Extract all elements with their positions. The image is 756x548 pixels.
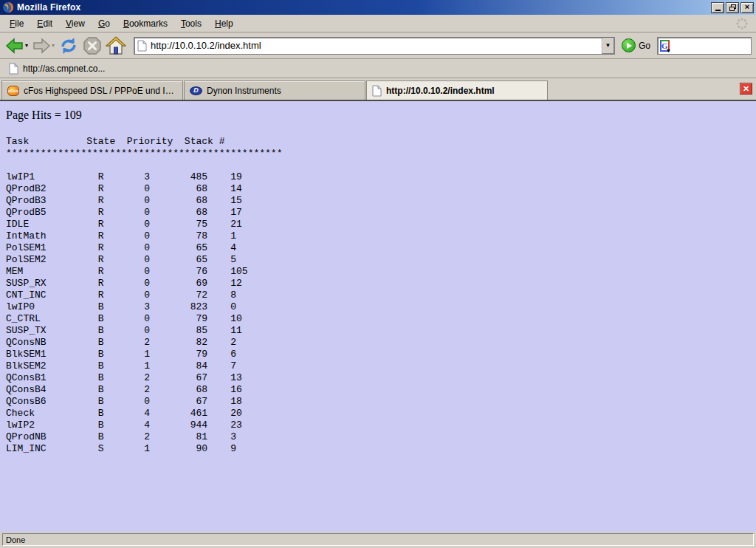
menu-tools[interactable]: Tools bbox=[174, 16, 208, 31]
restore-button[interactable] bbox=[726, 2, 739, 13]
bookmarks-toolbar: http://as.cmpnet.co... bbox=[0, 59, 756, 78]
back-icon bbox=[5, 37, 24, 55]
url-dropdown-button[interactable]: ▼ bbox=[602, 38, 614, 54]
menu-help[interactable]: Help bbox=[208, 16, 240, 31]
browser-window: Mozilla Firefox × File Edit View Go Book… bbox=[0, 0, 756, 548]
close-tab-button[interactable]: ✕ bbox=[740, 83, 752, 95]
dynon-icon: D bbox=[190, 86, 202, 95]
stop-button[interactable] bbox=[82, 35, 103, 56]
tab-label: http://10.0.10.2/index.html bbox=[386, 86, 495, 96]
page-icon bbox=[372, 85, 382, 97]
close-icon: ✕ bbox=[743, 85, 749, 93]
menu-bookmarks[interactable]: Bookmarks bbox=[117, 16, 174, 31]
search-input[interactable] bbox=[672, 41, 756, 51]
minimize-icon bbox=[715, 10, 721, 11]
reload-button[interactable] bbox=[58, 35, 80, 56]
close-window-button[interactable]: × bbox=[740, 2, 754, 13]
bookmark-label: http://as.cmpnet.co... bbox=[23, 64, 105, 74]
tab-label: cFos Highspeed DSL / PPPoE und ISDN CAP.… bbox=[24, 86, 177, 96]
url-input[interactable] bbox=[151, 40, 598, 51]
bookmark-item[interactable]: http://as.cmpnet.co... bbox=[6, 61, 108, 76]
navigation-toolbar: ▾ ▾ bbox=[0, 32, 756, 59]
forward-dropdown-caret[interactable]: ▾ bbox=[52, 42, 55, 49]
chevron-down-icon: ▼ bbox=[605, 42, 611, 49]
go-arrow-icon bbox=[627, 43, 632, 49]
tab-index-html-active[interactable]: http://10.0.10.2/index.html bbox=[366, 81, 548, 100]
tab-cfos[interactable]: cFos cFos Highspeed DSL / PPPoE und ISDN… bbox=[1, 81, 183, 100]
stop-icon bbox=[83, 36, 102, 55]
google-g-icon[interactable]: G▾ bbox=[660, 40, 670, 52]
menu-go[interactable]: Go bbox=[92, 16, 117, 31]
go-button[interactable] bbox=[622, 38, 636, 52]
page-hits-text: Page Hits = 109 bbox=[6, 109, 756, 122]
url-bar[interactable]: ▼ bbox=[134, 37, 615, 55]
page-icon bbox=[9, 63, 18, 75]
task-table: Task State Priority Stack # ************… bbox=[6, 136, 756, 455]
status-text: Done bbox=[2, 533, 754, 546]
restore-icon bbox=[729, 4, 736, 11]
forward-button[interactable]: ▾ bbox=[31, 36, 55, 55]
minimize-button[interactable] bbox=[711, 2, 724, 13]
status-bar: Done bbox=[0, 532, 756, 548]
home-button[interactable] bbox=[105, 35, 127, 56]
menu-edit[interactable]: Edit bbox=[30, 16, 59, 31]
search-box[interactable]: G▾ bbox=[657, 37, 752, 55]
menu-file[interactable]: File bbox=[3, 16, 30, 31]
throbber-icon bbox=[735, 17, 749, 30]
window-title: Mozilla Firefox bbox=[17, 2, 80, 13]
go-label[interactable]: Go bbox=[639, 41, 650, 51]
search-engine-caret: ▾ bbox=[667, 47, 670, 54]
reload-icon bbox=[58, 36, 79, 55]
tab-label: Dynon Instruments bbox=[207, 86, 281, 96]
back-dropdown-caret[interactable]: ▾ bbox=[25, 42, 28, 49]
cfos-icon: cFos bbox=[7, 86, 19, 96]
title-bar: Mozilla Firefox × bbox=[0, 0, 756, 15]
forward-icon bbox=[32, 37, 51, 55]
page-content: Page Hits = 109 Task State Priority Stac… bbox=[0, 101, 756, 532]
menu-view[interactable]: View bbox=[59, 16, 92, 31]
back-button[interactable]: ▾ bbox=[4, 36, 29, 55]
menu-bar: File Edit View Go Bookmarks Tools Help bbox=[0, 15, 756, 32]
firefox-icon bbox=[2, 1, 14, 13]
home-icon bbox=[106, 36, 126, 55]
page-icon bbox=[137, 40, 147, 52]
tab-dynon[interactable]: D Dynon Instruments bbox=[184, 81, 365, 100]
close-icon: × bbox=[745, 3, 749, 11]
tab-bar: cFos cFos Highspeed DSL / PPPoE und ISDN… bbox=[0, 78, 756, 101]
